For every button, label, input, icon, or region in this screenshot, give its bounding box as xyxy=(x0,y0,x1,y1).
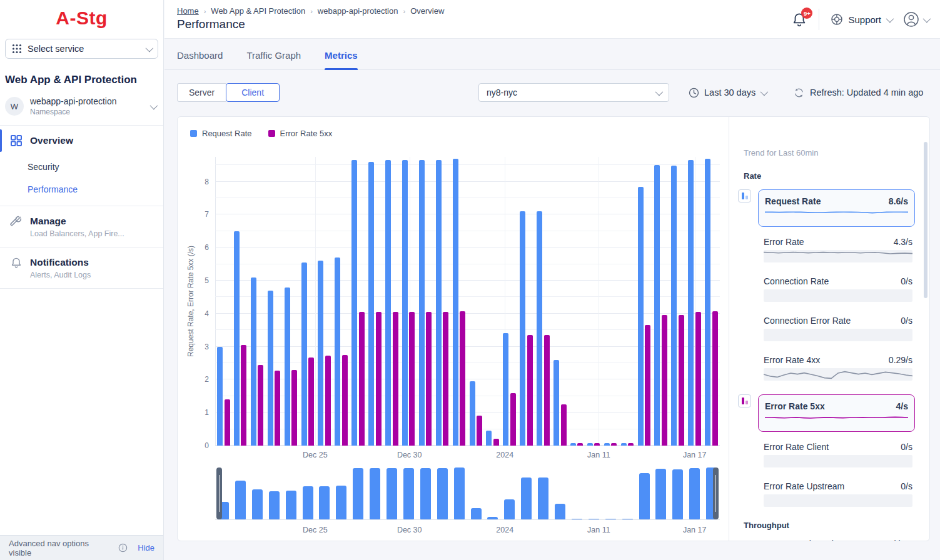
metric-value: 41.7 kbps xyxy=(874,539,912,541)
minichart-bar xyxy=(471,508,482,519)
legend-item-error-rate-5xx[interactable]: Error Rate 5xx xyxy=(268,129,333,138)
legend-item-request-rate[interactable]: Request Rate xyxy=(190,129,252,138)
time-range-dropdown[interactable]: Last 30 days xyxy=(689,83,766,102)
gridline xyxy=(315,157,316,446)
metric-label: Error Rate Client xyxy=(764,442,829,452)
error-rate-5xx-bar xyxy=(460,311,465,446)
sidebar-footer: Advanced nav options visible Hide xyxy=(0,535,163,560)
error-rate-5xx-bar xyxy=(577,443,583,446)
sidebar-item-sublabel: Alerts, Audit Logs xyxy=(30,271,91,279)
notifications-bell-button[interactable]: 9+ xyxy=(791,11,807,28)
sidebar-divider xyxy=(0,288,163,289)
minichart-bar xyxy=(538,478,548,519)
y-axis-title: Request Rate, Error Rate 5xx (/s) xyxy=(183,157,199,446)
request-rate-bar xyxy=(503,333,508,446)
request-rate-bar xyxy=(604,443,610,446)
y-tick-label: 0 xyxy=(196,441,209,450)
tab-dashboard[interactable]: Dashboard xyxy=(177,39,223,69)
notification-count-badge: 9+ xyxy=(801,8,812,19)
account-menu[interactable] xyxy=(903,11,929,28)
trend-metric-connection-rate[interactable]: Connection Rate0/s xyxy=(764,276,912,302)
legend-swatch xyxy=(268,130,275,137)
refresh-button[interactable]: Refresh: Updated 4 min ago xyxy=(794,83,923,102)
breadcrumb-item[interactable]: webapp-api-protection xyxy=(318,6,398,16)
trend-metric-connection-error-rate[interactable]: Connection Error Rate0/s xyxy=(764,316,912,341)
hide-nav-link[interactable]: Hide xyxy=(138,543,154,552)
minichart-bar xyxy=(303,486,313,519)
tab-traffic-graph[interactable]: Traffic Graph xyxy=(246,39,301,69)
trend-panel-scrollbar[interactable] xyxy=(924,142,927,298)
selected-metric-card: Error Rate 5xx4/s xyxy=(758,394,915,432)
y-tick-label: 7 xyxy=(196,210,209,219)
support-menu[interactable]: Support xyxy=(831,13,892,26)
request-rate-bar xyxy=(234,231,240,446)
error-rate-5xx-bar xyxy=(561,404,567,446)
trend-metric-error-rate[interactable]: Error Rate4.3/s xyxy=(764,237,912,262)
request-rate-bar xyxy=(486,431,492,446)
request-rate-bar xyxy=(537,211,542,446)
request-rate-bar xyxy=(688,160,694,446)
sidebar-item-manage[interactable]: Manage Load Balancers, App Fire... xyxy=(0,206,163,247)
error-rate-5xx-bar xyxy=(359,312,365,446)
trend-metric-error-rate-upstream[interactable]: Error Rate Upstream0/s xyxy=(764,481,912,507)
app-root: A-Stg Select service Web App & API Prote… xyxy=(0,0,940,560)
clock-icon xyxy=(689,88,699,98)
info-icon[interactable] xyxy=(118,543,128,552)
request-rate-bar xyxy=(638,187,644,446)
refresh-icon xyxy=(794,88,804,98)
minichart-bar xyxy=(269,491,280,519)
sidebar-item-notifications[interactable]: Notifications Alerts, Audit Logs xyxy=(0,248,163,288)
y-axis-line xyxy=(215,157,216,446)
request-rate-bar xyxy=(385,160,391,446)
select-service-label: Select service xyxy=(28,44,140,54)
breadcrumb-item[interactable]: Web App & API Protection xyxy=(211,6,305,16)
sidebar-item-overview[interactable]: Overview xyxy=(0,126,163,156)
breadcrumb-item[interactable]: Overview xyxy=(410,6,444,16)
select-service-dropdown[interactable]: Select service xyxy=(5,39,158,59)
request-rate-bar xyxy=(268,291,273,446)
trend-metric-error-rate-5xx[interactable]: Error Rate 5xx4/s xyxy=(758,394,915,432)
chevron-down-icon xyxy=(146,44,154,52)
sidebar-item-security[interactable]: Security xyxy=(28,156,163,178)
sidebar-item-performance[interactable]: Performance xyxy=(28,178,163,201)
trend-metric-error-rate-4xx[interactable]: Error Rate 4xx0.29/s xyxy=(764,355,912,381)
active-indicator xyxy=(0,129,2,152)
metric-sparkline-strip xyxy=(764,250,912,262)
brush-handle-left[interactable] xyxy=(216,468,222,519)
page-title: Performance xyxy=(177,18,245,31)
error-rate-5xx-bar xyxy=(527,335,533,446)
metric-value: 0/s xyxy=(901,481,912,491)
site-select-dropdown[interactable]: ny8-nyc xyxy=(478,83,669,102)
minichart-axis-labels: Dec 25Dec 302024Jan 11Jan 17 xyxy=(215,526,720,536)
brush-handle-right[interactable] xyxy=(713,468,719,519)
trend-metric-error-rate-client[interactable]: Error Rate Client0/s xyxy=(764,442,912,468)
x-tick-label: Jan 17 xyxy=(683,451,707,459)
toggle-server-button[interactable]: Server xyxy=(177,83,226,102)
metric-value: 0/s xyxy=(901,276,912,286)
breadcrumb-separator-icon: › xyxy=(403,8,405,15)
breadcrumb-home[interactable]: Home xyxy=(177,6,199,16)
minichart-bar xyxy=(403,468,414,519)
trend-section-heading: Rate xyxy=(744,171,930,181)
minichart-bar xyxy=(689,468,700,519)
error-rate-5xx-bar xyxy=(393,312,398,446)
trend-metric-upstream-throughput[interactable]: Upstream Throughput41.7 kbps xyxy=(764,539,912,541)
request-rate-bar xyxy=(520,211,525,446)
y-tick-label: 6 xyxy=(196,243,209,252)
gridline xyxy=(215,280,720,281)
namespace-selector[interactable]: W webapp-api-protection Namespace xyxy=(0,86,163,125)
minichart-bar xyxy=(353,468,363,519)
tab-metrics[interactable]: Metrics xyxy=(325,39,358,69)
toggle-client-button[interactable]: Client xyxy=(226,83,280,102)
trend-metric-request-rate[interactable]: Request Rate8.6/s xyxy=(758,189,915,227)
metrics-chart-card: Request Rate Error Rate 5xx Request Rate… xyxy=(177,116,930,541)
minichart-bar xyxy=(387,468,397,519)
legend-swatch xyxy=(190,130,197,137)
error-rate-5xx-bar xyxy=(426,312,432,446)
error-rate-5xx-bar xyxy=(376,312,382,446)
y-tick-label: 4 xyxy=(196,309,209,318)
request-rate-bar xyxy=(453,159,458,446)
header-divider xyxy=(819,9,819,30)
sidebar-section-title: Web App & API Protection xyxy=(0,59,163,86)
x-tick-label: Dec 25 xyxy=(303,526,328,534)
